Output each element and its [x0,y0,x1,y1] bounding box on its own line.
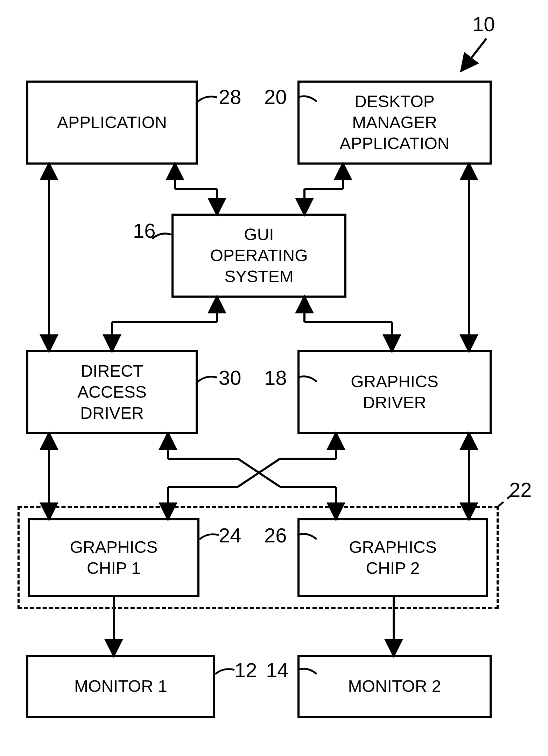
monitor-2-label: MONITOR 2 [348,676,441,697]
ref-30: 30 [219,368,241,388]
graphics-driver-label: GRAPHICSDRIVER [351,371,438,413]
svg-line-24 [238,459,280,487]
graphics-chip-1-block: GRAPHICSCHIP 1 [28,518,199,597]
figure-ref-label: 10 [472,14,495,34]
svg-line-0 [462,39,486,70]
ref-20: 20 [264,87,287,107]
monitor-1-block: MONITOR 1 [26,655,215,718]
graphics-chip-1-label: GRAPHICSCHIP 1 [70,537,158,579]
diagram-canvas: 10 APPLICATION DESKTOPMANAGERAPPLICATION… [0,0,548,756]
application-block: APPLICATION [26,81,198,165]
graphics-driver-block: GRAPHICSDRIVER [297,350,492,434]
direct-access-driver-block: DIRECTACCESSDRIVER [26,350,198,434]
ref-18: 18 [264,368,287,388]
ref-12: 12 [234,660,257,680]
monitor-1-label: MONITOR 1 [74,676,167,697]
gui-os-label: GUIOPERATINGSYSTEM [210,224,308,287]
ref-28: 28 [219,87,241,107]
application-label: APPLICATION [57,112,167,133]
svg-line-19 [238,459,280,487]
gui-os-block: GUIOPERATINGSYSTEM [171,214,346,298]
desktop-manager-label: DESKTOPMANAGERAPPLICATION [340,91,450,154]
monitor-2-block: MONITOR 2 [297,655,492,718]
ref-24: 24 [219,525,241,546]
direct-access-driver-label: DIRECTACCESSDRIVER [77,361,146,424]
ref-14: 14 [266,660,289,680]
ref-26: 26 [264,525,287,546]
ref-22: 22 [509,480,532,500]
desktop-manager-block: DESKTOPMANAGERAPPLICATION [297,81,492,165]
ref-16: 16 [133,221,156,241]
graphics-chip-2-block: GRAPHICSCHIP 2 [297,518,488,597]
graphics-chip-2-label: GRAPHICSCHIP 2 [349,537,437,579]
